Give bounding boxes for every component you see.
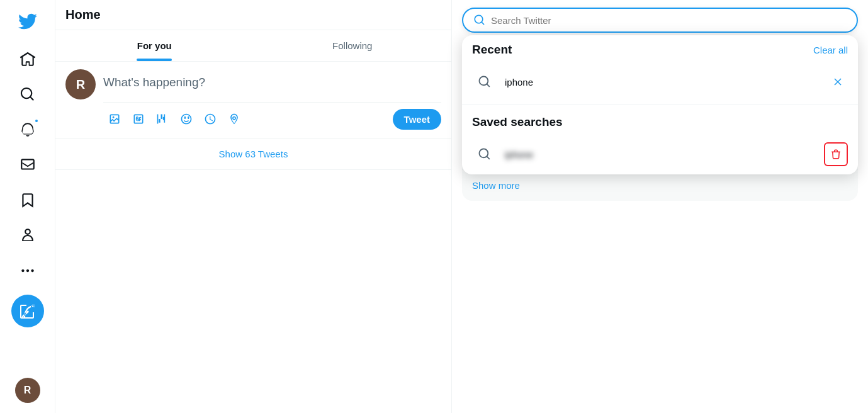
recent-header: Recent Clear all: [462, 35, 858, 62]
sidebar-item-messages[interactable]: [11, 149, 44, 181]
tab-for-you[interactable]: For you: [55, 30, 254, 61]
sidebar-item-more[interactable]: [11, 254, 44, 287]
compose-gif-icon[interactable]: [127, 108, 150, 130]
compose-schedule-icon[interactable]: [199, 108, 222, 130]
saved-search-icon: [472, 142, 497, 167]
search-dropdown: Recent Clear all iphone Saved sea: [462, 35, 858, 174]
dropdown-divider: [462, 105, 858, 105]
saved-label: Saved searches: [472, 115, 563, 129]
page-title: Home: [65, 8, 441, 22]
sidebar-item-profile[interactable]: [11, 219, 44, 252]
tab-following[interactable]: Following: [254, 30, 452, 61]
compose-placeholder[interactable]: What's happening?: [103, 69, 441, 102]
saved-item-iphone[interactable]: iphone: [462, 134, 858, 174]
user-avatar-sidebar[interactable]: R: [15, 378, 40, 403]
sidebar-item-home[interactable]: [11, 43, 44, 76]
search-container: Recent Clear all iphone Saved sea: [462, 8, 858, 33]
saved-item-text: iphone: [505, 149, 816, 160]
sidebar: R: [0, 0, 55, 413]
clear-all-button[interactable]: Clear all: [813, 45, 848, 55]
sidebar-item-bookmarks[interactable]: [11, 184, 44, 217]
sidebar-item-notifications[interactable]: [11, 113, 44, 146]
compose-icons: [103, 108, 245, 130]
tabs-bar: For you Following: [55, 30, 451, 62]
compose-poll-icon[interactable]: [151, 108, 174, 130]
compose-toolbar: Tweet: [103, 102, 441, 130]
search-input-wrapper: [462, 8, 858, 33]
recent-item-iphone[interactable]: iphone: [462, 62, 858, 102]
twitter-logo[interactable]: [11, 5, 44, 38]
tweet-button[interactable]: Tweet: [393, 109, 441, 130]
notification-dot: [34, 118, 39, 123]
recent-search-icon: [472, 69, 497, 94]
main-header: Home: [55, 0, 451, 30]
search-icon: [473, 14, 486, 26]
show-tweets-bar[interactable]: Show 63 Tweets: [55, 139, 451, 170]
compose-location-icon[interactable]: [223, 108, 245, 130]
right-panel: Recent Clear all iphone Saved sea: [452, 0, 868, 413]
compose-right: What's happening?: [103, 69, 441, 130]
saved-header: Saved searches: [462, 108, 858, 134]
search-input[interactable]: [491, 15, 847, 26]
sidebar-item-explore[interactable]: [11, 78, 44, 111]
remove-recent-item-button[interactable]: [828, 72, 848, 92]
recent-label: Recent: [472, 43, 512, 57]
compose-button[interactable]: [11, 295, 44, 327]
main-content: Home For you Following R What's happenin…: [55, 0, 452, 413]
user-avatar-compose: R: [65, 69, 96, 99]
compose-image-icon[interactable]: [103, 108, 126, 130]
recent-item-text: iphone: [505, 77, 820, 88]
compose-area: R What's happening?: [55, 62, 451, 139]
delete-saved-item-button[interactable]: [824, 142, 848, 166]
compose-emoji-icon[interactable]: [175, 108, 198, 130]
